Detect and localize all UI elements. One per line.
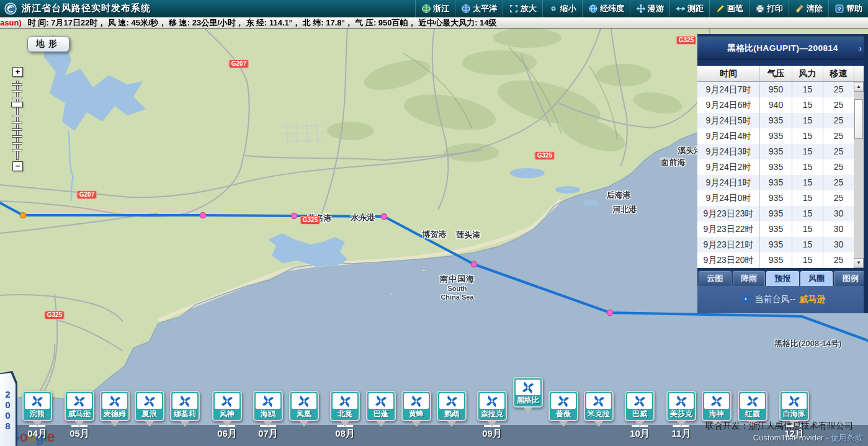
scroll-up-arrow-icon[interactable]: ▲ xyxy=(854,82,864,92)
toolbar-button-打印[interactable]: 打印 xyxy=(749,0,789,17)
year-digit: 0 xyxy=(5,399,10,410)
typhoon-icon-鹦鹉[interactable]: 鹦鹉 xyxy=(437,391,467,427)
typhoon-icon-蔷薇[interactable]: 蔷薇 xyxy=(548,391,578,427)
tab-降雨[interactable]: 降雨 xyxy=(733,271,766,286)
terrain-button[interactable]: 地形 xyxy=(27,36,69,52)
table-cell: 935 xyxy=(759,113,792,128)
toolbar-button-label: 帮助 xyxy=(846,3,862,14)
typhoon-icon-米克拉[interactable]: 米克拉 xyxy=(584,391,614,427)
zoom-tick[interactable] xyxy=(12,128,22,131)
typhoon-pointer xyxy=(635,421,644,427)
typhoon-icon-box: 凤凰 xyxy=(289,391,319,421)
panel-collapse-chevron-icon[interactable]: › xyxy=(859,43,862,53)
table-row[interactable]: 9月24日1时9351525 xyxy=(697,175,864,190)
typhoon-icon-麦德姆[interactable]: 麦德姆 xyxy=(100,391,130,427)
table-cell: 9月23日21时 xyxy=(697,237,759,252)
toolbar-button-缩小[interactable]: 缩小 xyxy=(542,0,582,17)
typhoon-pinwheel-icon xyxy=(292,393,316,409)
toolbar-button-清除[interactable]: 清除 xyxy=(789,0,828,17)
table-cell: 15 xyxy=(792,190,823,206)
table-row[interactable]: 9月24日2时9351525 xyxy=(697,159,864,175)
table-row[interactable]: 9月24日6时9401525 xyxy=(697,97,864,113)
typhoon-icon-box: 浣熊 xyxy=(22,391,52,421)
typhoon-icon-box: 黑格比 xyxy=(513,377,543,408)
typhoon-icon-北冕[interactable]: 北冕 xyxy=(330,391,360,427)
toolbar-button-测距[interactable]: 测距 xyxy=(669,0,709,17)
scroll-down-arrow-icon[interactable]: ▼ xyxy=(854,258,864,268)
typhoon-pinwheel-icon xyxy=(333,393,357,409)
year-tab-2008[interactable]: 2008 xyxy=(0,371,17,446)
typhoon-icon-娜基莉[interactable]: 娜基莉 xyxy=(170,391,200,427)
panel-title-bar[interactable]: 黑格比(HAGUPIT)—200814 › xyxy=(697,37,868,60)
zoom-tick[interactable] xyxy=(12,97,22,99)
zoom-tick[interactable] xyxy=(12,142,22,145)
toolbar-button-label: 放大 xyxy=(521,3,537,14)
table-cell: 15 xyxy=(792,237,823,252)
tile-provider-attribution: CustomTileProvider - 使用条款 xyxy=(753,432,863,444)
toolbar-button-太平洋[interactable]: 太平洋 xyxy=(455,0,503,17)
toolbar-button-帮助[interactable]: ?帮助 xyxy=(828,0,868,17)
toolbar-button-label: 缩小 xyxy=(560,3,576,14)
table-row[interactable]: 9月23日20时9351525 xyxy=(697,252,864,268)
app-header: 浙江省台风路径实时发布系统 浙江太平洋放大缩小经纬度漫游测距画笔打印清除?帮助 xyxy=(0,0,868,17)
typhoon-icon-box: 海神 xyxy=(702,391,732,421)
typhoon-icon-box: 娜基莉 xyxy=(170,391,200,421)
typhoon-name-label: 白海豚 xyxy=(782,409,807,419)
typhoon-icon-巴蓬[interactable]: 巴蓬 xyxy=(366,391,396,427)
zoom-slider-handle[interactable] xyxy=(11,102,23,107)
typhoon-name-label: 风神 xyxy=(215,409,239,419)
toolbar-button-画笔[interactable]: 画笔 xyxy=(709,0,749,17)
table-row[interactable]: 9月24日7时9501525 xyxy=(697,82,864,97)
toolbar-button-放大[interactable]: 放大 xyxy=(503,0,542,17)
tab-风圈[interactable]: 风圈 xyxy=(800,271,833,286)
typhoon-icon-夏浪[interactable]: 夏浪 xyxy=(135,391,164,427)
scrollbar-thumb[interactable] xyxy=(854,99,863,139)
table-row[interactable]: 9月23日23时9351530 xyxy=(697,206,864,221)
tab-图例[interactable]: 图例 xyxy=(834,271,867,286)
zoom-tick[interactable] xyxy=(12,90,22,92)
zoom-tick[interactable] xyxy=(12,149,22,151)
table-row[interactable]: 9月24日0时9351525 xyxy=(697,190,864,206)
toolbar-button-label: 浙江 xyxy=(433,3,449,14)
table-row[interactable]: 9月24日4时9351525 xyxy=(697,128,864,144)
toolbar-button-浙江[interactable]: 浙江 xyxy=(415,0,455,17)
toolbar-button-经纬度[interactable]: 经纬度 xyxy=(582,0,630,17)
zoom-slider-rail[interactable] xyxy=(16,81,19,160)
table-cell: 935 xyxy=(759,144,792,159)
zoom-tick[interactable] xyxy=(12,122,22,124)
tab-云图[interactable]: 云图 xyxy=(699,271,732,286)
typhoon-icon-风神[interactable]: 风神 xyxy=(212,391,242,427)
typhoon-icon-巴威[interactable]: 巴威 xyxy=(625,391,655,427)
zoom-out-button[interactable]: − xyxy=(12,161,23,171)
typhoon-icon-黄蜂[interactable]: 黄蜂 xyxy=(401,391,431,427)
table-row[interactable]: 9月24日3时9351525 xyxy=(697,144,864,159)
table-cell: 9月23日20时 xyxy=(697,252,759,268)
typhoon-icon-浣熊[interactable]: 浣熊 xyxy=(22,391,52,427)
zoom-tick[interactable] xyxy=(12,135,22,138)
table-row[interactable]: 9月24日5时9351525 xyxy=(697,113,864,128)
toolbar-button-漫游[interactable]: 漫游 xyxy=(630,0,669,17)
typhoon-icon-box: 鹦鹉 xyxy=(437,391,467,421)
typhoon-icon-黑格比[interactable]: 黑格比 xyxy=(513,377,543,413)
table-row[interactable]: 9月23日22时9351530 xyxy=(697,221,864,237)
current-typhoon-name-link[interactable]: 威马逊 xyxy=(799,294,825,305)
typhoon-icon-凤凰[interactable]: 凤凰 xyxy=(289,391,319,427)
tab-预报[interactable]: 预报 xyxy=(766,271,799,286)
table-row[interactable]: 9月23日21时9351530 xyxy=(697,237,864,252)
table-scrollbar[interactable]: ▲ ▼ xyxy=(854,82,864,268)
toolbar-button-label: 经纬度 xyxy=(600,3,624,14)
typhoon-icon-美莎克[interactable]: 美莎克 xyxy=(666,391,696,427)
typhoon-pinwheel-icon xyxy=(25,393,50,409)
typhoon-icon-威马逊[interactable]: 威马逊 xyxy=(65,391,94,427)
app-window: 茂名港水东港博贺港莲头港后海港河北港面前海溪头港南中国海SouthChina S… xyxy=(0,0,868,446)
zoom-tick[interactable] xyxy=(12,115,22,117)
joint-developer-credit: 联合开发：浙江大禹信息技术有限公司 xyxy=(705,421,853,432)
terms-of-use-link[interactable]: 使用条款 xyxy=(831,433,863,442)
typhoon-icon-box: 巴蓬 xyxy=(366,391,396,421)
table-cell: 9月24日7时 xyxy=(697,82,759,97)
zoom-tick[interactable] xyxy=(12,83,22,86)
typhoon-icon-森拉克[interactable]: 森拉克 xyxy=(477,391,507,427)
zoom-in-button[interactable]: + xyxy=(12,67,23,77)
table-cell: 940 xyxy=(759,97,792,113)
typhoon-icon-海鸥[interactable]: 海鸥 xyxy=(253,391,283,427)
